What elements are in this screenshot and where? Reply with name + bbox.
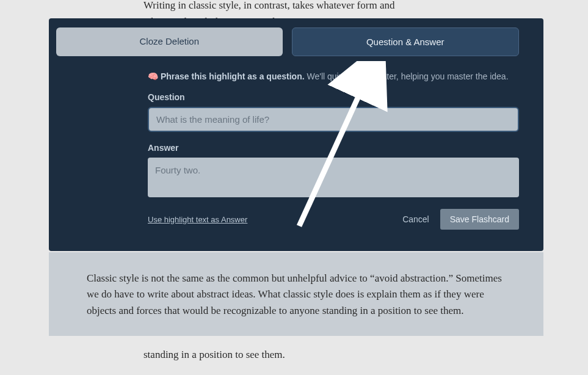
instruction-rest: We'll quiz you on it later, helping you … [307,71,508,81]
tab-row: Cloze Deletion Question & Answer [56,27,519,56]
answer-input[interactable] [148,158,519,197]
answer-label: Answer [148,143,519,153]
flashcard-modal: Cloze Deletion Question & Answer 🧠 Phras… [49,18,543,251]
bottom-row: Use highlight text as Answer Cancel Save… [148,209,519,230]
save-button[interactable]: Save Flashcard [440,209,519,230]
button-group: Cancel Save Flashcard [402,209,519,230]
question-label: Question [148,92,519,102]
highlight-quote: Classic style is not the same as the com… [49,252,543,336]
question-input[interactable] [148,107,519,132]
form-section: Question Answer Use highlight text as An… [148,92,519,230]
tab-question-answer[interactable]: Question & Answer [292,27,520,56]
instruction-bold: Phrase this highlight as a question. [161,71,305,81]
cancel-button[interactable]: Cancel [402,214,429,224]
use-highlight-link[interactable]: Use highlight text as Answer [148,215,247,224]
tab-cloze-deletion[interactable]: Cloze Deletion [56,27,283,56]
instruction-text: 🧠 Phrase this highlight as a question. W… [148,71,519,81]
brain-icon: 🧠 [148,71,158,81]
bg-text-bottom: standing in a position to see them. [143,346,423,363]
